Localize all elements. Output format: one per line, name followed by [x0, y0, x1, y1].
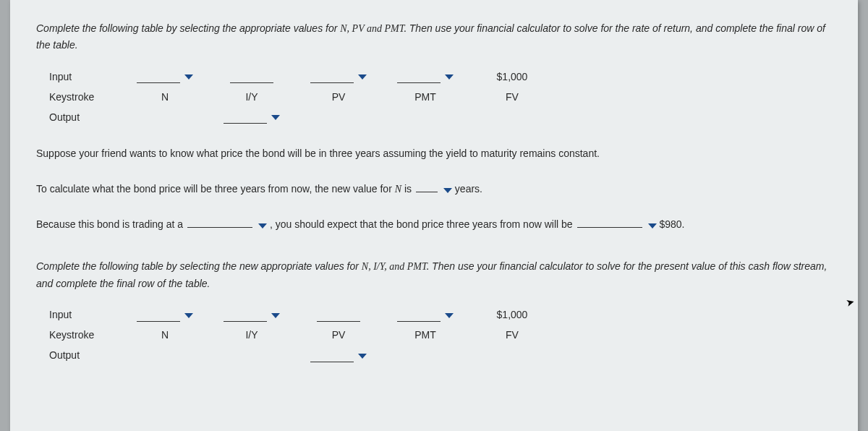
keystroke-pv: PV [295, 329, 382, 341]
instruction-2: Complete the following table by selectin… [36, 258, 832, 291]
input-iy-blank [230, 69, 273, 83]
chevron-down-icon[interactable] [648, 223, 657, 229]
chevron-down-icon[interactable] [271, 313, 280, 318]
input2-pmt-cell [382, 308, 469, 322]
instr1-text-a: Complete the following table by selectin… [36, 22, 340, 34]
trading-at-blank[interactable] [187, 216, 252, 228]
keystroke-n: N [122, 329, 208, 341]
chevron-down-icon[interactable] [445, 74, 454, 80]
keystroke-fv: FV [469, 329, 556, 341]
input2-pv-cell [295, 308, 382, 322]
table-row-input: Input $1,000 [49, 304, 832, 325]
calc-table-1: Input $1,000 Keystroke [49, 67, 832, 127]
output-iy-cell [208, 110, 295, 124]
table-row-keystroke: Keystroke N I/Y PV PMT FV [49, 325, 832, 345]
input2-fv-value: $1,000 [497, 309, 528, 320]
chevron-down-icon[interactable] [445, 313, 454, 318]
paragraph-new-n: To calculate what the bond price will be… [36, 180, 832, 198]
input2-fv-cell: $1,000 [469, 308, 556, 322]
worksheet-page: Complete the following table by selectin… [10, 0, 858, 431]
row-label-output: Output [49, 349, 122, 361]
table-row-output: Output [49, 107, 832, 127]
output2-pv-blank[interactable] [310, 349, 354, 362]
row-label-input: Input [49, 71, 122, 82]
input2-n-blank[interactable] [137, 308, 180, 322]
instr2-vars: N, I/Y, and PMT. [362, 261, 429, 272]
p2-a: To calculate what the bond price will be… [36, 183, 395, 195]
input2-pmt-blank[interactable] [397, 308, 441, 322]
instruction-1: Complete the following table by selectin… [36, 20, 832, 54]
output-iy-blank[interactable] [224, 110, 267, 124]
input-n-blank[interactable] [137, 69, 180, 83]
row-label-input: Input [49, 309, 122, 320]
chevron-down-icon[interactable] [358, 74, 367, 80]
output2-pv-cell [295, 349, 382, 362]
input-fv-cell: $1,000 [469, 69, 556, 83]
p3-a: Because this bond is trading at a [36, 218, 186, 230]
table-row-keystroke: Keystroke N I/Y PV PMT FV [49, 87, 832, 107]
input-pv-blank[interactable] [310, 69, 354, 83]
p2-c: years. [455, 183, 482, 195]
n-years-blank[interactable] [416, 180, 438, 192]
keystroke-iy: I/Y [208, 91, 295, 103]
input-pv-cell [295, 69, 382, 83]
keystroke-n: N [122, 91, 208, 103]
p2-b: is [401, 183, 414, 195]
chevron-down-icon[interactable] [184, 313, 193, 318]
input-pmt-blank[interactable] [397, 69, 441, 83]
keystroke-pmt: PMT [382, 329, 469, 341]
price-compare-blank[interactable] [577, 216, 642, 228]
table-row-input: Input $1,000 [49, 67, 832, 87]
input2-iy-blank[interactable] [224, 308, 267, 322]
input-fv-value: $1,000 [497, 71, 528, 82]
chevron-down-icon[interactable] [271, 115, 280, 120]
p3-b: , you should expect that the bond price … [270, 218, 576, 230]
chevron-down-icon[interactable] [184, 74, 193, 80]
paragraph-trading: Because this bond is trading at a , you … [36, 216, 832, 234]
keystroke-iy: I/Y [208, 329, 295, 341]
row-label-keystroke: Keystroke [49, 91, 122, 103]
calc-table-2: Input $1,000 Keystroke [49, 304, 832, 365]
table-row-output: Output [49, 345, 832, 365]
input-iy-cell [208, 69, 295, 83]
row-label-keystroke: Keystroke [49, 329, 122, 341]
input-n-cell [122, 69, 208, 83]
paragraph-friend: Suppose your friend wants to know what p… [36, 145, 832, 163]
keystroke-pv: PV [295, 91, 382, 103]
chevron-down-icon[interactable] [358, 354, 367, 359]
input2-iy-cell [208, 308, 295, 322]
keystroke-pmt: PMT [382, 91, 469, 103]
input2-n-cell [122, 308, 208, 322]
p3-c: $980. [659, 218, 684, 230]
chevron-down-icon[interactable] [258, 223, 267, 229]
keystroke-fv: FV [469, 91, 556, 103]
chevron-down-icon[interactable] [443, 188, 452, 193]
input2-pv-blank [317, 308, 360, 322]
p2-var: N [395, 184, 401, 195]
input-pmt-cell [382, 69, 469, 83]
instr1-vars: N, PV and PMT. [340, 23, 407, 34]
instr2-text-a: Complete the following table by selectin… [36, 260, 362, 272]
row-label-output: Output [49, 111, 122, 123]
